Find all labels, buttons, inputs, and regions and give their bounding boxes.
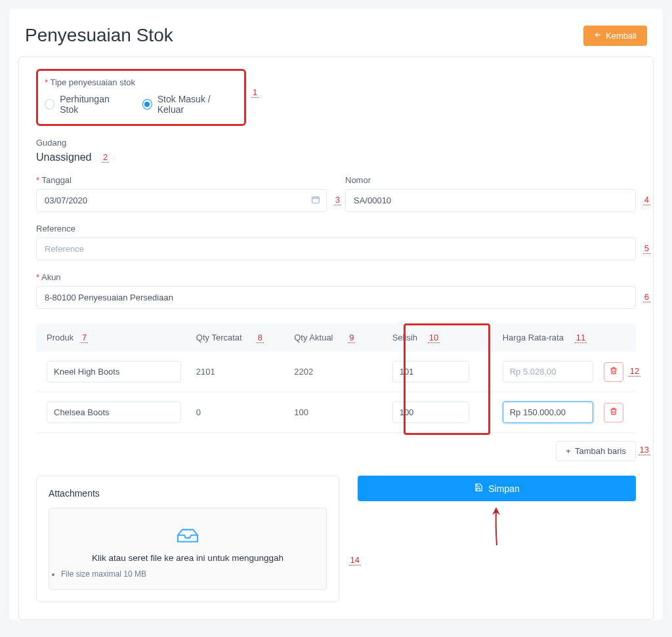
tanggal-col: Tanggal 3 [36,175,327,212]
page-title: Penyesuaian Stok [25,25,173,46]
th-qty-aktual: Qty Aktual [294,333,333,342]
arrow-annotation-icon [490,506,504,548]
type-label: Tipe penyesuaian stok [45,77,235,87]
radio-perhitungan-stok[interactable]: Perhitungan Stok [45,94,127,115]
annotation-6: 6 [643,292,650,302]
gudang-section: Gudang Unassigned 2 [36,138,636,163]
save-label: Simpan [488,483,519,494]
annotation-4: 4 [643,195,650,205]
qty-aktual-cell: 100 [294,407,392,417]
gudang-value: Unassigned [36,152,636,163]
produk-input[interactable] [47,361,181,382]
gudang-label: Gudang [36,138,636,148]
dropzone-text: Klik atau seret file ke area ini untuk m… [61,553,314,563]
annotation-2: 2 [102,152,109,162]
akun-section: Akun 6 [36,272,636,309]
qty-aktual-cell: 2202 [294,367,392,377]
trash-icon [609,407,618,418]
highlight-type-section: Tipe penyesuaian stok Perhitungan Stok S… [36,69,246,126]
svg-rect-0 [312,197,320,203]
nomor-col: Nomor 4 [345,175,636,212]
radio-stok-masuk-keluar[interactable]: Stok Masuk / Keluar [142,94,235,115]
annotation-5: 5 [643,243,650,253]
akun-select[interactable] [36,286,636,309]
dropzone-hint: File size maximal 10 MB [61,569,314,579]
product-table: Produk 7 Qty Tercatat 8 Qty Aktual 9 Sel… [36,323,636,433]
table-header-row: Produk 7 Qty Tercatat 8 Qty Aktual 9 Sel… [36,323,636,352]
upload-dropzone[interactable]: Klik atau seret file ke area ini untuk m… [49,508,327,590]
page-header: Penyesuaian Stok Kembali [9,9,663,56]
save-icon [474,483,483,494]
annotation-9: 9 [348,333,355,342]
nomor-label: Nomor [345,175,636,185]
radio-label: Stok Masuk / Keluar [158,94,235,115]
reference-section: Reference 5 [36,224,636,260]
akun-label: Akun [36,272,636,282]
reference-input[interactable] [36,237,636,260]
annotation-14: 14 [349,555,361,565]
add-row-button[interactable]: + Tambah baris [556,441,636,461]
radio-icon [142,99,152,110]
reference-label: Reference [36,224,636,234]
harga-input[interactable] [503,401,594,423]
arrow-left-icon [594,31,602,41]
qty-tercatat-cell: 2101 [196,367,294,377]
annotation-11: 11 [575,333,587,342]
delete-row-button[interactable] [604,403,623,422]
annotation-13: 13 [639,445,650,455]
harga-input[interactable] [503,361,594,382]
annotation-8: 8 [257,333,264,342]
th-selisih: Selisih [392,333,417,342]
attachments-card: Attachments Klik atau seret file ke area… [36,476,339,602]
annotation-1: 1 [251,87,259,97]
th-qty-tercatat: Qty Tercatat [196,333,242,342]
qty-tercatat-cell: 0 [196,407,294,417]
attachments-title: Attachments [49,488,327,499]
selisih-input[interactable] [392,401,470,423]
nomor-input[interactable] [345,189,636,212]
annotation-7: 7 [81,333,88,342]
annotation-10: 10 [428,333,440,342]
radio-label: Perhitungan Stok [60,94,126,115]
radio-icon [45,99,54,110]
trash-icon [609,366,618,377]
type-radio-group: Perhitungan Stok Stok Masuk / Keluar [45,94,235,115]
annotation-3: 3 [334,195,341,205]
tanggal-input[interactable] [36,189,327,212]
annotation-12: 12 [629,366,640,376]
table-row: 0 100 [36,392,636,433]
selisih-input[interactable] [392,361,470,382]
add-row-label: Tambah baris [575,446,626,456]
calendar-icon[interactable] [311,195,320,206]
back-button-label: Kembali [606,31,637,41]
produk-input[interactable] [47,401,181,423]
inbox-icon [61,523,314,545]
form-card: Tipe penyesuaian stok Perhitungan Stok S… [18,56,654,620]
delete-row-button[interactable] [604,362,623,382]
page: Penyesuaian Stok Kembali Tipe penyesuaia… [9,9,663,620]
back-button[interactable]: Kembali [583,26,647,46]
save-button[interactable]: Simpan [358,476,636,501]
tanggal-label: Tanggal [36,175,327,185]
th-produk: Produk [47,333,74,342]
th-harga: Harga Rata-rata [503,333,564,342]
save-column: Simpan [358,476,636,501]
table-row: 2101 2202 12 [36,352,636,392]
plus-icon: + [566,446,571,456]
